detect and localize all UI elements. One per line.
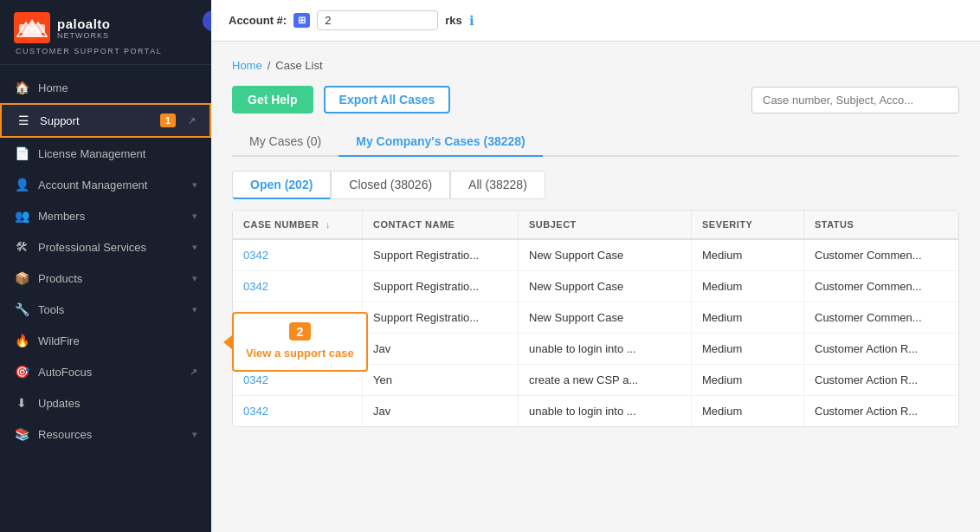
- account-label: Account #:: [229, 14, 287, 27]
- contact-name-cell: Support Registratio...: [363, 302, 519, 333]
- sidebar-logo: paloalto NETWORKS CUSTOMER SUPPORT PORTA…: [0, 0, 211, 65]
- table-header: CASE NUMBER ↓ CONTACT NAME SUBJECT SEVER…: [233, 211, 958, 240]
- license-nav-icon: 📄: [14, 146, 29, 160]
- status-cell: Customer Action R...: [804, 334, 959, 364]
- case-number-cell[interactable]: 0342: [233, 240, 363, 270]
- case-number-cell[interactable]: 0342: [233, 396, 363, 426]
- professional-nav-icon: 🛠: [14, 240, 29, 254]
- severity-cell: Medium: [692, 334, 804, 364]
- info-icon[interactable]: ℹ: [469, 13, 474, 29]
- sidebar-label-home: Home: [38, 81, 197, 94]
- logo-networks: NETWORKS: [57, 31, 111, 40]
- account-icon: ⊞: [293, 13, 310, 28]
- subtab-open[interactable]: Open (202): [232, 171, 331, 199]
- sidebar-item-products[interactable]: 📦Products▾: [0, 263, 211, 294]
- arrow-icon-products: ▾: [192, 273, 197, 284]
- arrow-icon-professional: ▾: [192, 242, 197, 253]
- status-cell: Customer Commen...: [804, 302, 959, 333]
- breadcrumb-home[interactable]: Home: [232, 59, 262, 72]
- search-input[interactable]: [751, 87, 959, 114]
- case-number-cell[interactable]: 0342: [233, 271, 363, 302]
- callout-arrow-icon: [223, 335, 232, 349]
- sidebar-label-products: Products: [38, 272, 184, 285]
- arrow-icon-members: ▾: [192, 211, 197, 222]
- subject-cell: create a new CSP a...: [519, 365, 692, 395]
- breadcrumb-separator: /: [268, 59, 271, 72]
- status-cell: Customer Action R...: [804, 396, 959, 426]
- tab-company-cases[interactable]: My Company's Cases (38228): [338, 127, 543, 157]
- tab-my-cases[interactable]: My Cases (0): [232, 127, 338, 157]
- tools-nav-icon: 🔧: [14, 302, 29, 316]
- sidebar-item-home[interactable]: 🏠Home: [0, 72, 211, 103]
- sidebar-label-resources: Resources: [38, 428, 184, 441]
- sidebar: paloalto NETWORKS CUSTOMER SUPPORT PORTA…: [0, 0, 211, 532]
- th-subject: SUBJECT: [519, 211, 692, 238]
- sidebar-label-updates: Updates: [38, 397, 197, 410]
- portal-label: CUSTOMER SUPPORT PORTAL: [14, 47, 162, 55]
- severity-cell: Medium: [692, 396, 804, 426]
- top-bar: Account #: ⊞ rks ℹ: [211, 0, 980, 42]
- status-cell: Customer Commen...: [804, 271, 959, 302]
- status-subtabs: Open (202) Closed (38026) All (38228): [232, 171, 959, 199]
- sidebar-item-professional[interactable]: 🛠Professional Services▾: [0, 231, 211, 263]
- arrow-icon-tools: ▾: [192, 304, 197, 315]
- subject-cell: New Support Case: [519, 271, 692, 302]
- sidebar-label-autofocus: AutoFocus: [38, 366, 177, 379]
- severity-cell: Medium: [692, 365, 804, 395]
- members-nav-icon: 👥: [14, 209, 29, 223]
- sidebar-item-tools[interactable]: 🔧Tools▾: [0, 294, 211, 325]
- sidebar-item-resources[interactable]: 📚Resources▾: [0, 418, 211, 450]
- subject-cell: New Support Case: [519, 240, 692, 270]
- table-row: 0342 Support Registratio... New Support …: [233, 271, 958, 302]
- callout-badge: 2: [289, 322, 310, 341]
- arrow-icon-resources: ▾: [192, 429, 197, 440]
- contact-name-cell: Jav: [363, 334, 519, 364]
- sidebar-item-license[interactable]: 📄License Management: [0, 138, 211, 169]
- severity-cell: Medium: [692, 302, 804, 333]
- callout-box: 2 View a support case: [232, 312, 368, 372]
- sidebar-label-tools: Tools: [38, 303, 184, 316]
- contact-name-cell: Yen: [363, 365, 519, 395]
- support-nav-icon: ☰: [16, 114, 31, 127]
- autofocus-nav-icon: 🎯: [14, 365, 29, 379]
- get-help-button[interactable]: Get Help: [232, 86, 313, 114]
- svg-rect-4: [36, 24, 45, 33]
- home-nav-icon: 🏠: [14, 81, 29, 94]
- sidebar-item-account[interactable]: 👤Account Management▾: [0, 169, 211, 200]
- sort-arrow-icon: ↓: [326, 219, 331, 230]
- updates-nav-icon: ⬇: [14, 396, 29, 410]
- breadcrumb-current: Case List: [275, 59, 322, 72]
- account-nav-icon: 👤: [14, 178, 29, 191]
- sidebar-item-members[interactable]: 👥Members▾: [0, 200, 211, 231]
- sidebar-label-account: Account Management: [38, 178, 184, 191]
- account-input[interactable]: [317, 10, 438, 30]
- contact-name-cell: Support Registratio...: [363, 240, 519, 270]
- sidebar-item-updates[interactable]: ⬇Updates: [0, 387, 211, 418]
- svg-rect-3: [19, 24, 28, 33]
- arrow-icon-account: ▾: [192, 179, 197, 191]
- products-nav-icon: 📦: [14, 271, 29, 285]
- th-severity: SEVERITY: [692, 211, 804, 238]
- subtab-closed[interactable]: Closed (38026): [331, 171, 450, 199]
- action-row: Get Help Export All Cases: [232, 86, 959, 114]
- sidebar-item-wildfire[interactable]: 🔥WildFire: [0, 325, 211, 356]
- th-status: STATUS: [804, 211, 959, 238]
- subtab-all[interactable]: All (38228): [450, 171, 545, 199]
- sidebar-item-autofocus[interactable]: 🎯AutoFocus↗: [0, 356, 211, 387]
- main-content: Account #: ⊞ rks ℹ Home / Case List Get …: [211, 0, 980, 532]
- severity-cell: Medium: [692, 271, 804, 302]
- sidebar-label-wildfire: WildFire: [38, 334, 197, 347]
- severity-cell: Medium: [692, 240, 804, 270]
- sidebar-label-professional: Professional Services: [38, 241, 184, 254]
- subject-cell: New Support Case: [519, 302, 692, 333]
- sidebar-label-members: Members: [38, 210, 184, 223]
- cases-tabs: My Cases (0) My Company's Cases (38228): [232, 127, 959, 157]
- wildfire-nav-icon: 🔥: [14, 334, 29, 347]
- contact-name-cell: Support Registratio...: [363, 271, 519, 302]
- th-contact-name: CONTACT NAME: [363, 211, 519, 238]
- paloalto-logo-icon: [14, 12, 50, 43]
- badge-support: 1: [160, 114, 176, 127]
- sidebar-item-support[interactable]: ☰Support1↗: [0, 103, 211, 138]
- export-cases-button[interactable]: Export All Cases: [324, 86, 451, 114]
- breadcrumb: Home / Case List: [232, 59, 959, 72]
